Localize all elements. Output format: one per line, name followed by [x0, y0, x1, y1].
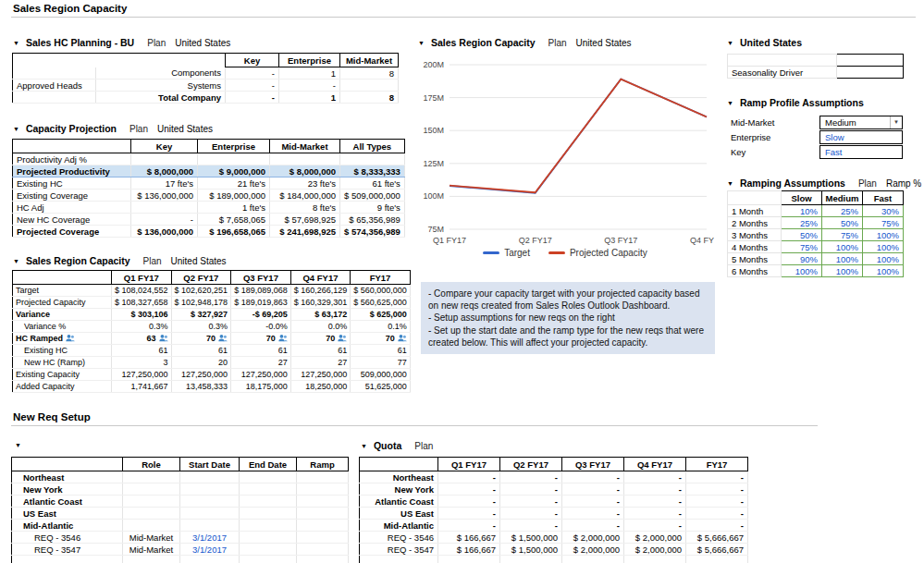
data-cell[interactable]: $ 65,356,989 — [340, 214, 405, 226]
data-cell[interactable] — [297, 471, 349, 483]
data-cell[interactable] — [180, 520, 240, 532]
row-label-cell[interactable]: 3 Months — [728, 229, 782, 241]
data-cell[interactable] — [123, 483, 180, 496]
data-cell[interactable]: 17 fte's — [131, 177, 198, 190]
data-cell[interactable] — [297, 508, 349, 520]
data-cell[interactable] — [180, 496, 240, 508]
data-cell[interactable]: Mid-Market — [123, 544, 180, 556]
data-cell[interactable]: 100% — [863, 241, 904, 253]
data-cell[interactable]: $ 2,000,000 — [562, 532, 624, 544]
data-cell[interactable]: 13,458,333 — [171, 381, 231, 393]
data-cell[interactable]: - — [279, 80, 340, 92]
data-cell[interactable]: - — [686, 471, 748, 483]
column-header[interactable]: End Date — [240, 458, 297, 471]
data-cell[interactable]: 75% — [782, 241, 822, 253]
data-cell[interactable] — [240, 483, 297, 496]
data-cell[interactable] — [240, 556, 297, 563]
data-cell[interactable]: $ 108,024,552 — [112, 285, 172, 297]
row-label-cell[interactable]: REQ - 3546 — [360, 532, 438, 544]
data-cell[interactable]: $ 2,000,000 — [562, 544, 624, 556]
data-cell[interactable]: 27 — [231, 357, 291, 369]
ramp-pct-label[interactable]: Ramp % — [886, 178, 921, 189]
row-label-cell[interactable] — [13, 67, 96, 80]
data-cell[interactable]: - — [131, 214, 198, 226]
data-cell[interactable] — [500, 556, 562, 563]
data-cell[interactable]: 61 — [112, 345, 172, 357]
row-label-cell[interactable]: Mid-Atlantic — [12, 520, 123, 532]
data-cell[interactable] — [297, 532, 349, 544]
column-header[interactable] — [13, 140, 131, 153]
data-cell[interactable]: - — [500, 520, 562, 532]
data-cell[interactable]: -$ 69,205 — [231, 309, 291, 321]
row-label-cell[interactable]: Existing Coverage — [13, 190, 131, 202]
data-cell[interactable]: 127,250,000 — [112, 369, 172, 381]
data-cell[interactable]: 90% — [782, 253, 822, 265]
collapse-triangle-icon[interactable]: ▼ — [418, 40, 425, 46]
data-cell[interactable]: - — [226, 67, 279, 80]
row-label-cell[interactable]: REQ - 3546 — [12, 532, 123, 544]
plan-value[interactable]: United States — [171, 256, 227, 266]
column-header[interactable] — [360, 458, 438, 471]
data-cell[interactable] — [837, 67, 904, 79]
data-cell[interactable]: Components — [96, 67, 226, 80]
data-cell[interactable]: $ 8,000,000 — [270, 165, 340, 177]
data-cell[interactable]: - — [624, 508, 686, 520]
data-cell[interactable]: 61 fte's — [340, 177, 405, 190]
data-cell[interactable]: 51,625,000 — [351, 381, 411, 393]
data-cell[interactable]: 27 — [290, 357, 351, 369]
data-cell[interactable] — [297, 496, 349, 508]
row-label-cell[interactable]: US East — [360, 508, 438, 520]
column-header[interactable]: Fast — [863, 191, 904, 205]
data-cell[interactable]: - — [438, 520, 500, 532]
data-cell[interactable]: - — [686, 508, 748, 520]
data-cell[interactable]: -0.0% — [231, 321, 291, 333]
column-header[interactable]: Slow — [782, 191, 822, 205]
data-cell[interactable] — [340, 153, 405, 165]
data-cell[interactable]: $ 184,000,000 — [270, 190, 340, 202]
column-header[interactable] — [12, 458, 123, 471]
column-header[interactable]: FY17 — [351, 271, 411, 285]
data-cell[interactable]: 100% — [782, 265, 822, 277]
data-cell[interactable]: 75% — [863, 217, 904, 229]
data-cell[interactable] — [297, 520, 349, 532]
column-header[interactable]: Q3 FY17 — [231, 271, 291, 285]
data-cell[interactable]: $ 189,019,863 — [231, 297, 291, 309]
data-cell[interactable]: $ 8,333,333 — [340, 165, 405, 177]
row-label-cell[interactable]: 4 Months — [728, 241, 782, 253]
column-header[interactable]: Q4 FY17 — [624, 458, 686, 471]
data-cell[interactable]: 50% — [782, 229, 822, 241]
data-cell[interactable]: 100% — [863, 253, 904, 265]
data-cell[interactable]: - — [686, 520, 748, 532]
data-cell[interactable] — [240, 520, 297, 532]
column-header[interactable]: Ramp — [297, 458, 349, 471]
row-label-cell[interactable]: Atlantic Coast — [12, 496, 123, 508]
data-cell[interactable]: 0.0% — [290, 321, 351, 333]
data-cell[interactable]: 23 fte's — [270, 177, 340, 190]
data-cell[interactable]: 61 — [351, 345, 411, 357]
row-label-cell[interactable]: 5 Months — [728, 253, 782, 265]
row-label-cell[interactable]: Variance % — [13, 321, 112, 333]
data-cell[interactable] — [270, 153, 340, 165]
data-cell[interactable]: - — [562, 483, 624, 496]
data-cell[interactable]: - — [562, 508, 624, 520]
enterprise-ramp-cell[interactable]: Slow — [819, 130, 903, 144]
data-cell[interactable] — [131, 153, 198, 165]
column-header[interactable]: Q1 FY17 — [438, 458, 500, 471]
column-header[interactable]: Start Date — [180, 458, 240, 471]
data-cell[interactable]: $ 136,000,000 — [131, 190, 198, 202]
data-cell[interactable]: - — [438, 471, 500, 483]
collapse-triangle-icon[interactable]: ▼ — [727, 180, 733, 187]
collapse-triangle-icon[interactable]: ▼ — [15, 442, 21, 448]
row-label-cell[interactable]: Atlantic Coast — [360, 496, 438, 508]
data-cell[interactable]: - — [438, 508, 500, 520]
data-cell[interactable] — [131, 202, 198, 214]
row-label-cell[interactable] — [360, 556, 438, 563]
data-cell[interactable] — [198, 153, 270, 165]
collapse-triangle-icon[interactable]: ▼ — [13, 258, 19, 264]
data-cell[interactable] — [562, 556, 624, 563]
row-label-cell[interactable]: Projected Capacity — [13, 297, 112, 309]
data-cell[interactable]: 0.3% — [171, 321, 231, 333]
column-header[interactable] — [13, 54, 96, 67]
data-cell[interactable] — [180, 556, 240, 563]
data-cell[interactable] — [123, 508, 180, 520]
